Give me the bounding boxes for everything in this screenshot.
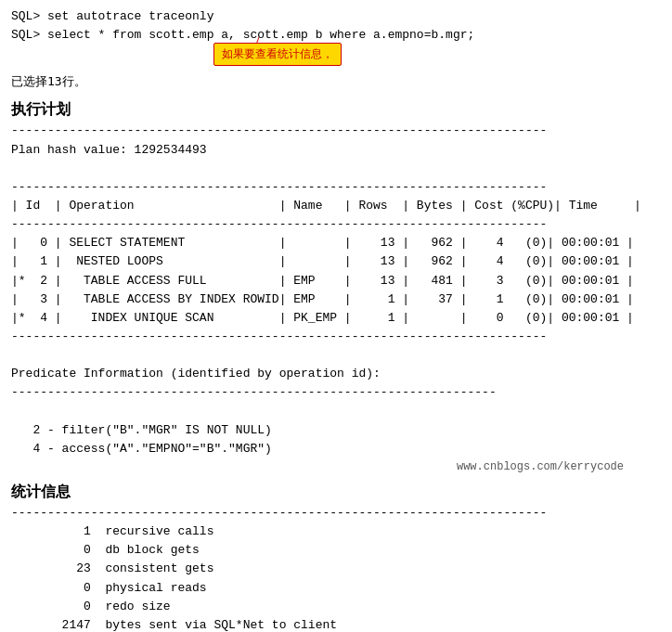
pred2: 2 - filter("B"."MGR" IS NOT NULL) [11,421,661,440]
stats-title: 统计信息 [11,483,661,502]
stat5: 0 redo size [11,598,661,616]
divider2: ----------------------------------------… [11,178,661,197]
plan-row0: | 0 | SELECT STATEMENT | | 13 | 962 | 4 … [11,234,661,252]
annotation-box: 如果要查看统计信息， [213,43,342,66]
stat3: 23 consistent gets [11,560,661,578]
plan-hash: Plan hash value: 1292534493 [11,141,661,160]
divider4: ----------------------------------------… [11,328,661,346]
stat1: 1 recursive calls [11,522,661,541]
pred4: 4 - access("A"."EMPNO"="B"."MGR") [11,440,661,458]
plan-row4: |* 4 | INDEX UNIQUE SCAN | PK_EMP | 1 | … [11,309,661,328]
divider1: ----------------------------------------… [11,122,661,140]
stat2: 0 db block gets [11,541,661,560]
plan-row1: | 1 | NESTED LOOPS | | 13 | 962 | 4 (0)|… [11,252,661,271]
exec-plan-title: 执行计划 [11,100,661,120]
watermark: www.cnblogs.com/kerrycode [11,460,661,473]
divider5: ----------------------------------------… [11,383,661,402]
divider6: ----------------------------------------… [11,504,661,522]
stat6: 2147 bytes sent via SQL*Net to client [11,616,661,632]
plan-row2: |* 2 | TABLE ACCESS FULL | EMP | 13 | 48… [11,272,661,290]
divider3: ----------------------------------------… [11,215,661,234]
blank3 [11,403,661,421]
table-header: | Id | Operation | Name | Rows | Bytes |… [11,197,661,215]
stat4: 0 physical reads [11,579,661,598]
predicate-title: Predicate Information (identified by ope… [11,365,661,383]
plan-row3: | 3 | TABLE ACCESS BY INDEX ROWID| EMP |… [11,290,661,309]
terminal-window: SQL> set autotrace traceonly SQL> select… [0,0,672,632]
rows-selected: 已选择13行。 [11,72,661,91]
sql-set-line: SQL> set autotrace traceonly [11,7,661,26]
blank1 [11,160,661,178]
blank2 [11,346,661,365]
